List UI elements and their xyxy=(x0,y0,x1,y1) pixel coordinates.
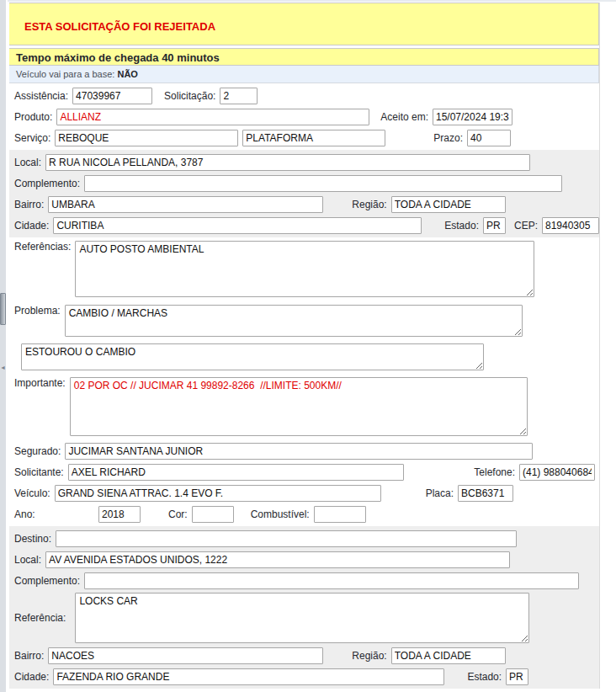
prazo-input[interactable] xyxy=(467,130,511,146)
request-section: Assistência: Solicitação: Produto: Aceit… xyxy=(9,83,599,150)
segurado-input[interactable] xyxy=(65,443,533,460)
form-row: Complemento: xyxy=(9,173,599,194)
form-row: Importante: 02 POR OC // JUCIMAR 41 9989… xyxy=(9,375,599,438)
veiculo-label: Veículo: xyxy=(14,487,50,499)
form-row: Segurado: xyxy=(9,440,599,461)
problema-textarea[interactable]: CAMBIO / MARCHAS xyxy=(65,305,523,337)
destino-regiao-input[interactable] xyxy=(391,647,506,664)
origin-address-section: Local: Complemento: Bairro: Região: Cida… xyxy=(9,150,599,237)
importante-textarea[interactable]: 02 POR OC // JUCIMAR 41 99892-8266 //LIM… xyxy=(70,377,528,436)
telefone-input[interactable] xyxy=(519,464,595,481)
servico-label: Serviço: xyxy=(14,132,50,144)
veiculo-input[interactable] xyxy=(55,485,381,502)
segurado-label: Segurado: xyxy=(14,445,61,457)
form-row: Cidade: Estado: xyxy=(9,666,599,687)
cor-label: Cor: xyxy=(168,508,188,520)
collapse-arrow-icon[interactable]: ◄ xyxy=(0,362,6,374)
rejected-status-banner: ESTA SOLICITAÇÃO FOI REJEITADA xyxy=(9,3,599,45)
telefone-label: Telefone: xyxy=(474,466,515,478)
form-row: Local: xyxy=(9,152,599,173)
produto-input[interactable] xyxy=(56,109,369,125)
vehicle-to-base-label: Veículo vai para a base: xyxy=(16,69,114,79)
solicitante-label: Solicitante: xyxy=(14,466,64,478)
form-row: Referência: LOCKS CAR xyxy=(9,591,599,645)
produto-label: Produto: xyxy=(14,111,52,123)
cep-label: CEP: xyxy=(514,220,538,232)
request-detail-panel: ESTA SOLICITAÇÃO FOI REJEITADA Tempo máx… xyxy=(9,3,600,689)
local-input[interactable] xyxy=(45,154,530,171)
destino-local-input[interactable] xyxy=(45,551,510,568)
rejected-status-text: ESTA SOLICITAÇÃO FOI REJEITADA xyxy=(24,20,215,33)
problema-extra-textarea[interactable]: ESTOUROU O CAMBIO xyxy=(21,343,484,370)
destination-address-section: Destino: Local: Complemento: Referência:… xyxy=(9,526,599,689)
destino-complemento-label: Complemento: xyxy=(14,575,80,587)
referencias-textarea[interactable]: AUTO POSTO AMBIENTAL xyxy=(75,241,534,297)
servico-input[interactable] xyxy=(55,130,238,146)
window-top-edge xyxy=(0,0,616,2)
form-row: Destino: xyxy=(9,528,599,549)
assistencia-input[interactable] xyxy=(72,88,152,104)
form-row: ESTOUROU O CAMBIO xyxy=(9,342,599,372)
regiao-input[interactable] xyxy=(391,196,506,213)
bairro-label: Bairro: xyxy=(14,199,44,210)
assistencia-label: Assistência: xyxy=(14,90,68,102)
complemento-input[interactable] xyxy=(84,175,562,192)
destino-referencia-textarea[interactable]: LOCKS CAR xyxy=(75,593,529,643)
aceito-em-label: Aceito em: xyxy=(380,111,428,123)
destino-label: Destino: xyxy=(14,533,51,545)
form-row: Bairro: Região: xyxy=(9,645,599,666)
solicitacao-label: Solicitação: xyxy=(164,90,215,102)
form-row: Produto: Aceito em: xyxy=(9,106,599,127)
destino-complemento-input[interactable] xyxy=(84,572,579,589)
left-scrollbar-thumb[interactable] xyxy=(0,293,6,325)
form-row: Problema: CAMBIO / MARCHAS xyxy=(9,303,599,338)
placa-input[interactable] xyxy=(458,485,513,502)
combustivel-label: Combustível: xyxy=(251,508,310,520)
destino-bairro-label: Bairro: xyxy=(14,650,44,662)
destino-regiao-label: Região: xyxy=(352,650,386,662)
form-row: Referências: AUTO POSTO AMBIENTAL xyxy=(9,239,599,299)
destino-cidade-input[interactable] xyxy=(53,668,444,685)
bairro-input[interactable] xyxy=(48,196,323,213)
left-splitter[interactable]: ◄ xyxy=(0,0,8,692)
prazo-label: Prazo: xyxy=(433,132,463,144)
form-row: Veículo: Placa: xyxy=(9,482,599,503)
problema-label: Problema: xyxy=(14,305,61,317)
solicitante-input[interactable] xyxy=(68,464,404,481)
aceito-em-input[interactable] xyxy=(433,109,512,125)
details-section: Referências: AUTO POSTO AMBIENTAL Proble… xyxy=(9,237,599,526)
form-row: Ano: Cor: Combustível: xyxy=(9,503,599,524)
ano-input[interactable] xyxy=(98,506,141,523)
destino-local-label: Local: xyxy=(14,554,41,566)
form-row: Cidade: Estado: CEP: xyxy=(9,215,599,236)
cep-input[interactable] xyxy=(542,217,599,234)
ano-label: Ano: xyxy=(14,508,94,520)
arrival-time-text: Tempo máximo de chegada 40 minutos xyxy=(16,51,220,64)
destino-referencia-label: Referência: xyxy=(14,612,66,624)
form-row: Bairro: Região: xyxy=(9,194,599,215)
destino-cidade-label: Cidade: xyxy=(14,671,49,683)
cidade-input[interactable] xyxy=(53,217,422,234)
form-row: Assistência: Solicitação: xyxy=(9,85,599,106)
complemento-label: Complemento: xyxy=(14,178,80,189)
form-row: Serviço: Prazo: xyxy=(9,127,599,148)
regiao-label: Região: xyxy=(352,199,386,210)
vehicle-to-base-value: NÃO xyxy=(117,69,137,79)
estado-input[interactable] xyxy=(483,217,506,234)
form-row: Complemento: xyxy=(9,570,599,591)
vehicle-to-base-bar: Veículo vai para a base: NÃO xyxy=(9,66,599,83)
placa-label: Placa: xyxy=(426,487,454,499)
servico-tipo-input[interactable] xyxy=(242,130,385,146)
form-row: Solicitante: Telefone: xyxy=(9,461,599,482)
form-row: Local: xyxy=(9,549,599,570)
referencias-label: Referências: xyxy=(14,241,71,253)
destino-bairro-input[interactable] xyxy=(48,647,323,664)
arrival-time-banner: Tempo máximo de chegada 40 minutos xyxy=(9,48,599,66)
cor-input[interactable] xyxy=(192,506,234,523)
destino-estado-input[interactable] xyxy=(506,668,528,685)
local-label: Local: xyxy=(14,157,41,168)
destino-input[interactable] xyxy=(56,530,517,547)
solicitacao-input[interactable] xyxy=(220,88,258,104)
destino-estado-label: Estado: xyxy=(467,671,502,683)
combustivel-input[interactable] xyxy=(314,506,366,523)
